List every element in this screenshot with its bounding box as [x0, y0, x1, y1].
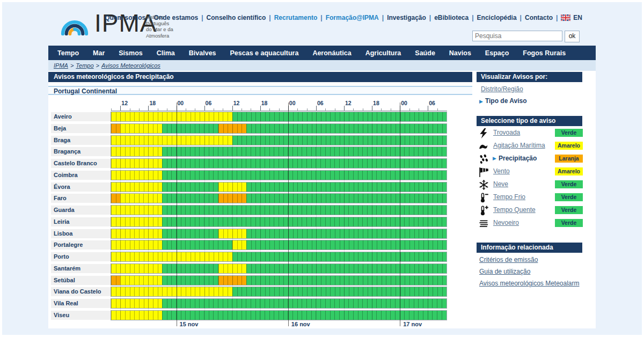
page-title: Avisos meteorológicos de Precipitação — [48, 72, 472, 82]
region-title: Portugal Continental — [48, 86, 472, 95]
top-link-onde-estamos[interactable]: Onde estamos — [154, 14, 199, 21]
aviso-type-neve[interactable]: NeveVerde — [477, 179, 583, 192]
sidebar-item-distrito-regiao[interactable]: Distrito/Região — [481, 85, 523, 93]
breadcrumb-separator: > — [94, 62, 101, 69]
related-info-links: Critérios de emissãoGuia de utilizaçãoAv… — [479, 256, 580, 291]
top-link-separator: | — [520, 14, 522, 21]
aviso-type-label[interactable]: Vento — [493, 167, 510, 175]
visualizar-header: Visualizar Avisos por: — [477, 72, 582, 82]
warning-level-badge: Verde — [555, 219, 583, 227]
nav-item-navios[interactable]: Navios — [442, 49, 478, 57]
info-link-guia-de-utilizacao[interactable]: Guia de utilização — [479, 268, 580, 275]
aviso-type-label[interactable]: Agitação Marítima — [493, 142, 545, 149]
search-ok-button[interactable]: ok — [565, 31, 580, 42]
aviso-type-precipitacao[interactable]: ▶PrecipitaçãoLaranja — [477, 153, 583, 166]
nav-item-saude[interactable]: Saúde — [408, 49, 442, 57]
header-links-list: Quem somos|Onde estamos|Conselho científ… — [105, 14, 558, 21]
raindrops-icon — [479, 154, 489, 164]
selected-arrow-icon: ▶ — [493, 156, 496, 161]
subtitle-line: Atmosfera — [146, 33, 173, 39]
nav-item-pescas-e-aquacultura[interactable]: Pescas e aquacultura — [223, 49, 306, 57]
aviso-type-vento[interactable]: VentoAmarelo — [477, 166, 583, 179]
header-links: Quem somos|Onde estamos|Conselho científ… — [105, 14, 582, 21]
nav-item-fogos-rurais[interactable]: Fogos Rurais — [516, 49, 573, 57]
nav-item-sismos[interactable]: Sismos — [112, 49, 149, 57]
top-link-separator: | — [269, 14, 270, 21]
breadcrumb-link-avisos-meteorologicos[interactable]: Avisos Meteorológicos — [101, 62, 160, 69]
selected-arrow-icon: ▶ — [479, 99, 483, 104]
info-link-avisos-meteorologicos-meteoalarm[interactable]: Avisos meteorológicos Meteoalarm — [479, 280, 580, 287]
sidebar-item-tipo-de-aviso[interactable]: ▶Tipo de Aviso — [479, 97, 527, 105]
warning-level-badge: Verde — [555, 193, 583, 201]
nav-item-mar[interactable]: Mar — [86, 49, 112, 57]
top-link-separator: | — [472, 14, 473, 21]
aviso-type-label[interactable]: Trovoada — [493, 129, 520, 136]
subtitle-line: do Mar e da — [146, 26, 173, 33]
top-link-enciclopedia[interactable]: Enciclopédia — [477, 14, 517, 21]
uk-flag-icon — [561, 14, 570, 21]
top-link-separator: | — [556, 14, 558, 21]
aviso-type-label[interactable]: Neve — [493, 180, 508, 188]
top-link-separator: | — [382, 14, 384, 21]
thermometer-cold-icon — [479, 193, 489, 203]
top-link-quem-somos[interactable]: Quem somos — [105, 14, 145, 21]
ipma-logo-icon[interactable] — [57, 11, 92, 38]
top-link-separator: | — [149, 14, 150, 21]
warning-level-badge: Amarelo — [555, 142, 583, 150]
warning-level-badge: Verde — [555, 206, 583, 214]
nav-item-clima[interactable]: Clima — [150, 49, 182, 57]
aviso-type-list: TrovoadaVerdeAgitação MarítimaAmarelo▶Pr… — [477, 127, 583, 230]
aviso-type-trovoada[interactable]: TrovoadaVerde — [477, 127, 583, 140]
info-relacionada-header: Informação relacionada — [477, 243, 582, 253]
lightning-icon — [479, 128, 489, 138]
nav-item-bivalves[interactable]: Bivalves — [182, 49, 223, 57]
aviso-type-tempo-quente[interactable]: Tempo QuenteVerde — [477, 204, 583, 217]
warning-level-badge: Verde — [555, 180, 583, 188]
breadcrumb-link-ipma[interactable]: IPMA — [54, 62, 68, 69]
breadcrumb-separator: > — [68, 62, 76, 69]
nav-item-tempo[interactable]: Tempo — [50, 49, 86, 57]
aviso-type-label[interactable]: Tempo Quente — [493, 206, 536, 214]
language-label: EN — [573, 14, 582, 21]
top-link-conselho-cientifico[interactable]: Conselho científico — [207, 14, 266, 21]
top-link-ebiblioteca[interactable]: eBiblioteca — [434, 14, 469, 21]
info-link-criterios-de-emissao[interactable]: Critérios de emissão — [479, 256, 580, 263]
search-input[interactable] — [472, 31, 562, 41]
aviso-type-label: Precipitação — [499, 155, 537, 162]
top-link-contacto[interactable]: Contacto — [525, 14, 553, 21]
wave-icon — [479, 141, 489, 151]
top-link-investigacao[interactable]: Investigação — [387, 14, 426, 21]
language-switch[interactable]: EN — [561, 14, 582, 21]
tipo-aviso-header: Seleccione tipo de aviso — [477, 116, 582, 126]
top-link-formacao-ipma[interactable]: Formação@IPMA — [326, 14, 379, 21]
top-link-separator: | — [320, 14, 322, 21]
aviso-type-tempo-frio[interactable]: Tempo FrioVerde — [477, 192, 583, 204]
thermometer-hot-icon — [479, 206, 489, 216]
breadcrumb-link-tempo[interactable]: Tempo — [76, 62, 93, 69]
warning-level-badge: Amarelo — [555, 167, 583, 175]
top-link-recrutamento[interactable]: Recrutamento — [274, 14, 318, 21]
aviso-type-nevoeiro[interactable]: NevoeiroVerde — [477, 217, 583, 230]
warning-level-badge: Verde — [555, 129, 583, 137]
top-link-separator: | — [429, 14, 431, 21]
nav-item-agricultura[interactable]: Agricultura — [358, 49, 408, 57]
fog-icon — [479, 218, 489, 229]
snowflake-icon — [479, 180, 489, 190]
warning-level-badge: Laranja — [555, 155, 583, 163]
main-navigation: TempoMarSismosClimaBivalvesPescas e aqua… — [48, 46, 596, 60]
nav-item-espaco[interactable]: Espaço — [478, 49, 516, 57]
nav-item-aeronautica[interactable]: Aeronáutica — [305, 49, 358, 57]
breadcrumb: IPMA>Tempo>Avisos Meteorológicos — [48, 60, 596, 71]
windsock-icon — [479, 167, 489, 177]
aviso-type-label[interactable]: Tempo Frio — [493, 193, 525, 201]
aviso-type-label[interactable]: Nevoeiro — [493, 219, 519, 226]
aviso-type-agitacao-maritima[interactable]: Agitação MarítimaAmarelo — [477, 140, 583, 153]
top-link-separator: | — [201, 14, 203, 21]
tipo-de-aviso-label: Tipo de Aviso — [485, 97, 527, 105]
